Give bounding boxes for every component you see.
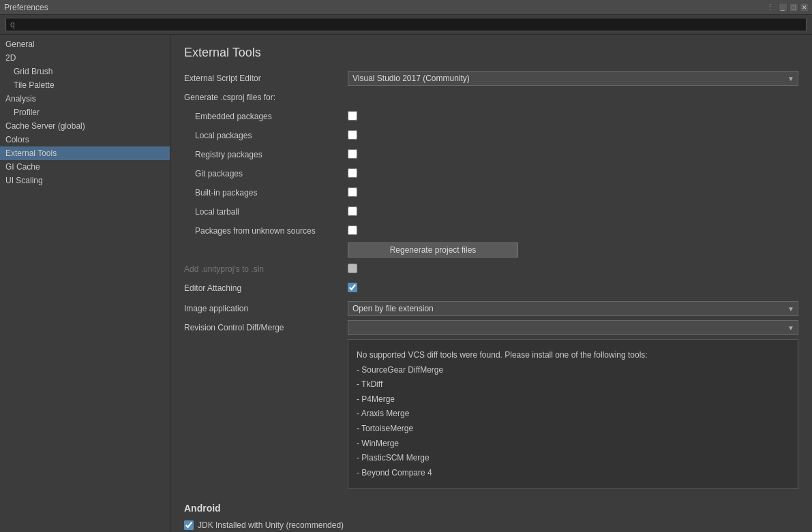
builtin-packages-row: Built-in packages: [184, 185, 798, 200]
image-application-row: Image application Open by file extension…: [184, 301, 798, 316]
local-packages-row: Local packages: [184, 128, 798, 143]
builtin-packages-label: Built-in packages: [184, 188, 348, 198]
external-script-editor-dropdown[interactable]: Visual Studio 2017 (Community) Visual St…: [348, 71, 798, 86]
revision-control-row: Revision Control Diff/Merge ▼: [184, 320, 798, 335]
sidebar: General2DGrid BrushTile PaletteAnalysisP…: [0, 35, 170, 532]
local-tarball-row: Local tarball: [184, 204, 798, 219]
add-unityproj-label: Add .unityproj's to .sln: [184, 264, 348, 274]
sidebar-item-analysis[interactable]: Analysis: [0, 92, 170, 106]
minimize-button[interactable]: _: [778, 3, 787, 12]
unknown-sources-row: Packages from unknown sources: [184, 223, 798, 238]
sidebar-item-external-tools[interactable]: External Tools: [0, 146, 170, 160]
local-packages-checkbox[interactable]: [348, 130, 357, 140]
external-script-editor-label: External Script Editor: [184, 74, 348, 83]
jdk-checkbox[interactable]: [184, 520, 194, 530]
content-panel: External Tools External Script Editor Vi…: [170, 35, 812, 532]
local-packages-label: Local packages: [184, 131, 348, 140]
android-section: Android JDK Installed with Unity (recomm…: [184, 503, 798, 532]
title-bar-label: Preferences: [4, 3, 48, 12]
more-icon[interactable]: ⋮: [766, 3, 774, 12]
vcs-tool-2: - P4Merge: [357, 392, 790, 407]
search-bar: [0, 15, 812, 35]
regenerate-row: Regenerate project files: [184, 242, 798, 257]
image-application-dropdown[interactable]: Open by file extension: [348, 301, 798, 316]
git-packages-checkbox[interactable]: [348, 168, 357, 178]
registry-packages-row: Registry packages: [184, 147, 798, 162]
page-title: External Tools: [184, 46, 798, 60]
revision-control-control: ▼: [348, 320, 798, 335]
builtin-packages-checkbox[interactable]: [348, 187, 357, 197]
main-layout: General2DGrid BrushTile PaletteAnalysisP…: [0, 35, 812, 532]
generate-csproj-row: Generate .csproj files for:: [184, 90, 798, 105]
search-input[interactable]: [5, 18, 807, 31]
image-application-label: Image application: [184, 304, 348, 313]
sidebar-item-gi-cache[interactable]: GI Cache: [0, 160, 170, 174]
jdk-check-row: JDK Installed with Unity (recommended): [184, 520, 798, 530]
unknown-sources-label: Packages from unknown sources: [184, 226, 348, 236]
embedded-packages-label: Embedded packages: [184, 112, 348, 121]
vcs-tool-0: - SourceGear DiffMerge: [357, 363, 790, 378]
vcs-tool-5: - WinMerge: [357, 437, 790, 452]
regenerate-button[interactable]: Regenerate project files: [348, 242, 518, 257]
local-tarball-checkbox[interactable]: [348, 206, 357, 216]
title-bar-controls: ⋮ _ □ ✕: [766, 3, 809, 12]
sidebar-item-profiler[interactable]: Profiler: [0, 106, 170, 119]
git-packages-label: Git packages: [184, 169, 348, 178]
image-application-control: Open by file extension ▼: [348, 301, 798, 316]
local-tarball-label: Local tarball: [184, 207, 348, 217]
embedded-packages-row: Embedded packages: [184, 109, 798, 124]
close-button[interactable]: ✕: [800, 3, 809, 12]
title-bar: Preferences ⋮ _ □ ✕: [0, 0, 812, 15]
revision-control-dropdown[interactable]: [348, 320, 798, 335]
editor-attaching-checkbox[interactable]: [348, 283, 357, 292]
revision-control-label: Revision Control Diff/Merge: [184, 323, 348, 332]
add-unityproj-row: Add .unityproj's to .sln: [184, 262, 798, 277]
embedded-packages-checkbox[interactable]: [348, 111, 357, 121]
sidebar-item-colors[interactable]: Colors: [0, 133, 170, 146]
vcs-tool-6: - PlasticSCM Merge: [357, 451, 790, 466]
vcs-message: No supported VCS diff tools were found. …: [357, 348, 790, 363]
jdk-check-label: JDK Installed with Unity (recommended): [198, 520, 344, 530]
vcs-tool-3: - Araxis Merge: [357, 407, 790, 422]
add-unityproj-checkbox[interactable]: [348, 264, 357, 273]
vcs-tool-4: - TortoiseMerge: [357, 422, 790, 437]
maximize-button[interactable]: □: [789, 3, 798, 12]
generate-csproj-label: Generate .csproj files for:: [184, 93, 348, 102]
sidebar-item-cache-server-(global)[interactable]: Cache Server (global): [0, 119, 170, 133]
unknown-sources-checkbox[interactable]: [348, 225, 357, 235]
vcs-tool-1: - TkDiff: [357, 377, 790, 392]
vcs-tool-7: - Beyond Compare 4: [357, 466, 790, 481]
sidebar-item-grid-brush[interactable]: Grid Brush: [0, 65, 170, 78]
external-script-editor-control: Visual Studio 2017 (Community) Visual St…: [348, 71, 798, 86]
editor-attaching-row: Editor Attaching: [184, 281, 798, 296]
git-packages-row: Git packages: [184, 166, 798, 181]
sidebar-item-2d[interactable]: 2D: [0, 51, 170, 65]
registry-packages-checkbox[interactable]: [348, 149, 357, 159]
editor-attaching-label: Editor Attaching: [184, 283, 348, 293]
external-script-editor-row: External Script Editor Visual Studio 201…: [184, 71, 798, 86]
sidebar-item-general[interactable]: General: [0, 37, 170, 51]
registry-packages-label: Registry packages: [184, 150, 348, 159]
android-title: Android: [184, 503, 798, 514]
sidebar-item-tile-palette[interactable]: Tile Palette: [0, 78, 170, 92]
sidebar-item-ui-scaling[interactable]: UI Scaling: [0, 174, 170, 187]
vcs-info-box: No supported VCS diff tools were found. …: [348, 339, 798, 489]
